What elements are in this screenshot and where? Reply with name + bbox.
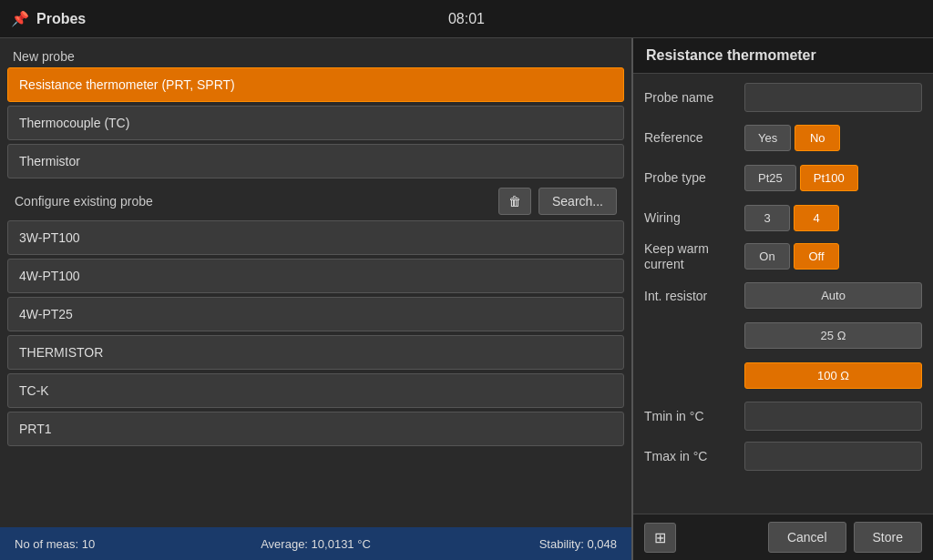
probe-type-btn-group: Pt25 Pt100 <box>744 165 858 191</box>
probe-type-pt25-btn[interactable]: Pt25 <box>744 165 796 191</box>
reference-yes-btn[interactable]: Yes <box>744 125 791 151</box>
tmax-row: Tmax in °C <box>644 440 922 473</box>
wiring-4-btn[interactable]: 4 <box>794 205 839 231</box>
int-resistor-label: Int. resistor <box>644 289 744 303</box>
app-container: 📌 Probes 08:01 New probe Resistance ther… <box>0 0 933 560</box>
probe-type-pt100-btn[interactable]: Pt100 <box>800 165 858 191</box>
tmin-label: Tmin in °C <box>644 409 744 423</box>
wiring-3-btn[interactable]: 3 <box>744 205 790 231</box>
wiring-row: Wiring 3 4 <box>644 201 922 234</box>
stability-value: Stability: 0,048 <box>416 537 617 551</box>
resistor-25-row: 25 Ω <box>644 320 922 352</box>
header: 📌 Probes 08:01 <box>0 0 933 38</box>
keep-warm-btn-group: On Off <box>744 243 839 270</box>
tmax-input[interactable] <box>744 442 922 471</box>
right-panel-title: Resistance thermometer <box>633 38 933 74</box>
keep-warm-row: Keep warmcurrent On Off <box>644 241 922 272</box>
list-item-3w-pt100[interactable]: 3W-PT100 <box>7 220 624 255</box>
list-item-tc-k[interactable]: TC-K <box>7 373 624 408</box>
main-content: New probe Resistance thermometer (PRT, S… <box>0 38 933 560</box>
reference-label: Reference <box>644 130 744 145</box>
new-probe-label: New probe <box>7 42 624 67</box>
probe-name-row: Probe name <box>644 81 922 114</box>
list-item-prt[interactable]: Resistance thermometer (PRT, SPRT) <box>7 67 624 102</box>
keep-warm-label: Keep warmcurrent <box>644 241 744 272</box>
list-item-thermistor-existing[interactable]: THERMISTOR <box>7 335 624 370</box>
configure-row: Configure existing probe 🗑 Search... <box>7 182 624 220</box>
header-time: 08:01 <box>314 11 618 27</box>
probe-name-label: Probe name <box>644 90 744 105</box>
right-content: Probe name Reference Yes No Probe type P… <box>633 74 933 514</box>
cancel-button[interactable]: Cancel <box>768 522 846 553</box>
grid-icon-button[interactable]: ⊞ <box>644 523 676 553</box>
resistor-100-row: 100 Ω <box>644 360 922 392</box>
reference-no-btn[interactable]: No <box>795 125 840 151</box>
int-resistor-row: Int. resistor Auto <box>644 280 922 312</box>
probe-name-input[interactable] <box>744 83 922 112</box>
tmin-row: Tmin in °C <box>644 400 922 433</box>
reference-btn-group: Yes No <box>744 125 840 151</box>
probes-icon: 📌 <box>11 10 29 27</box>
tmin-input[interactable] <box>744 402 922 431</box>
probe-type-row: Probe type Pt25 Pt100 <box>644 161 922 194</box>
no-of-meas: No of meas: 10 <box>15 537 215 551</box>
int-resistor-auto-btn[interactable]: Auto <box>744 282 922 309</box>
right-footer: ⊞ Cancel Store <box>633 514 933 560</box>
tmax-label: Tmax in °C <box>644 449 744 463</box>
resistor-25-btn[interactable]: 25 Ω <box>744 322 922 349</box>
probe-list: New probe Resistance thermometer (PRT, S… <box>0 38 631 527</box>
probe-type-label: Probe type <box>644 170 744 185</box>
header-left: 📌 Probes <box>11 10 314 27</box>
list-item-prt1[interactable]: PRT1 <box>7 412 624 446</box>
status-bar: No of meas: 10 Average: 10,0131 °C Stabi… <box>0 527 631 560</box>
wiring-btn-group: 3 4 <box>744 205 839 231</box>
list-item-thermistor[interactable]: Thermistor <box>7 144 624 178</box>
keep-warm-on-btn[interactable]: On <box>744 243 790 270</box>
left-panel: New probe Resistance thermometer (PRT, S… <box>0 38 633 560</box>
search-button[interactable]: Search... <box>538 188 617 215</box>
resistor-100-btn[interactable]: 100 Ω <box>744 362 922 389</box>
wiring-label: Wiring <box>644 210 744 225</box>
keep-warm-off-btn[interactable]: Off <box>794 243 839 270</box>
list-item-4w-pt25[interactable]: 4W-PT25 <box>7 297 624 331</box>
right-panel: Resistance thermometer Probe name Refere… <box>633 38 933 560</box>
list-item-tc[interactable]: Thermocouple (TC) <box>7 106 624 140</box>
store-button[interactable]: Store <box>854 522 922 553</box>
reference-row: Reference Yes No <box>644 121 922 154</box>
average-value: Average: 10,0131 °C <box>215 537 415 551</box>
list-item-4w-pt100[interactable]: 4W-PT100 <box>7 259 624 293</box>
header-title: Probes <box>36 11 86 27</box>
delete-button[interactable]: 🗑 <box>498 188 531 215</box>
configure-label: Configure existing probe <box>15 194 491 209</box>
